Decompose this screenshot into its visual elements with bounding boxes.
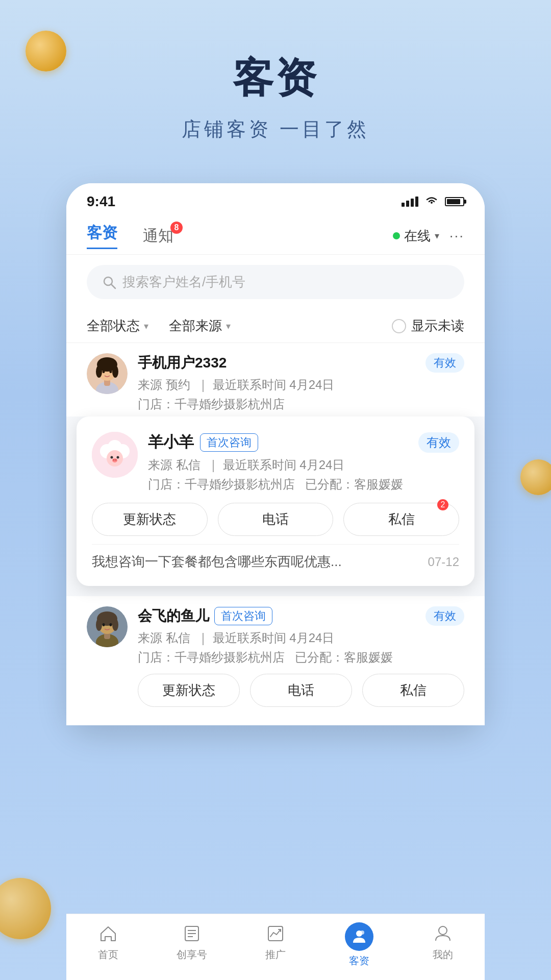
status-badge: 有效 xyxy=(425,353,464,373)
nav-item-home[interactable]: 首页 xyxy=(66,922,150,968)
search-bar-container: 搜索客户姓名/手机号 xyxy=(66,255,485,309)
partial-phone-button[interactable]: 电话 xyxy=(250,674,352,707)
last-message-time: 07-12 xyxy=(428,555,459,569)
svg-point-10 xyxy=(110,370,112,373)
action-buttons: 更新状态 电话 私信 2 xyxy=(92,503,459,536)
svg-point-26 xyxy=(96,619,102,631)
svg-point-16 xyxy=(111,456,113,459)
featured-store-row: 门店：千寻婚纱摄影杭州店 已分配：客服媛媛 xyxy=(148,476,459,493)
partial-contact-meta: 来源 私信 ｜ 最近联系时间 4月24日 xyxy=(138,630,464,646)
status-filter-button[interactable]: 全部状态 ▾ xyxy=(87,317,148,335)
decoration-orb-right xyxy=(520,459,551,495)
private-message-badge: 2 xyxy=(437,499,448,510)
svg-point-20 xyxy=(115,459,117,461)
chevron-down-icon: ▾ xyxy=(226,321,231,332)
partial-contact-name: 会飞的鱼儿 xyxy=(138,606,209,626)
show-unread-toggle[interactable]: 显示未读 xyxy=(392,317,464,335)
status-time: 9:41 xyxy=(87,193,115,210)
search-bar[interactable]: 搜索客户姓名/手机号 xyxy=(87,265,464,299)
page-header: 客资 店铺客资 一目了然 xyxy=(0,0,551,163)
battery-icon xyxy=(445,197,464,206)
user-icon xyxy=(432,922,454,945)
private-message-button[interactable]: 私信 2 xyxy=(343,503,459,536)
search-icon xyxy=(102,275,116,289)
chart-icon xyxy=(264,922,287,945)
featured-contact-name: 羊小羊 xyxy=(148,432,194,453)
svg-point-19 xyxy=(113,459,115,461)
chevron-down-icon: ▾ xyxy=(144,321,148,332)
person-active-icon xyxy=(345,922,373,951)
partial-action-buttons: 更新状态 电话 私信 xyxy=(138,674,464,707)
first-consult-tag: 首次咨询 xyxy=(200,433,258,452)
featured-contact-card[interactable]: 羊小羊 首次咨询 有效 来源 私信 ｜ 最近联系时间 4月24日 门店：千寻婚纱… xyxy=(77,416,474,586)
avatar xyxy=(87,353,128,394)
page-title: 客资 xyxy=(0,51,551,106)
contact-store: 门店：千寻婚纱摄影杭州店 xyxy=(138,396,464,412)
nav-label-kezi: 客资 xyxy=(349,954,369,968)
status-bar: 9:41 xyxy=(66,183,485,215)
online-dot xyxy=(393,232,400,239)
nav-label-tuiguang: 推广 xyxy=(265,948,286,962)
online-status[interactable]: 在线 ▾ xyxy=(393,227,439,245)
svg-point-27 xyxy=(112,619,118,631)
phone-mockup: 9:41 客资 通知 xyxy=(66,183,485,725)
nav-item-mine[interactable]: 我的 xyxy=(401,922,485,968)
featured-status-badge: 有效 xyxy=(418,432,459,453)
svg-point-7 xyxy=(96,365,102,378)
partial-contact-store: 门店：千寻婚纱摄影杭州店 已分配：客服媛媛 xyxy=(138,649,464,666)
featured-meta: 来源 私信 ｜ 最近联系时间 4月24日 xyxy=(148,457,459,473)
nav-label-home: 首页 xyxy=(98,948,118,962)
partial-contact-info: 会飞的鱼儿 首次咨询 有效 来源 私信 ｜ 最近联系时间 4月24日 门店：千寻… xyxy=(138,606,464,715)
update-status-button[interactable]: 更新状态 xyxy=(92,503,208,536)
featured-header: 羊小羊 首次咨询 有效 来源 私信 ｜ 最近联系时间 4月24日 门店：千寻婚纱… xyxy=(92,432,459,493)
svg-point-28 xyxy=(103,623,105,626)
partial-contact-item[interactable]: 会飞的鱼儿 首次咨询 有效 来源 私信 ｜ 最近联系时间 4月24日 门店：千寻… xyxy=(66,596,485,725)
contact-meta: 来源 预约 ｜ 最近联系时间 4月24日 xyxy=(138,377,464,393)
partial-update-status-button[interactable]: 更新状态 xyxy=(138,674,240,707)
home-icon xyxy=(97,922,119,945)
avatar xyxy=(87,606,128,647)
source-filter-button[interactable]: 全部来源 ▾ xyxy=(169,317,231,335)
status-icons xyxy=(402,197,464,207)
contact-item[interactable]: 手机用户2332 有效 来源 预约 ｜ 最近联系时间 4月24日 门店：千寻婚纱… xyxy=(66,343,485,427)
svg-point-8 xyxy=(112,365,118,378)
nav-item-tuiguang[interactable]: 推广 xyxy=(234,922,317,968)
svg-point-17 xyxy=(117,456,119,459)
partial-private-message-button[interactable]: 私信 xyxy=(362,674,464,707)
nav-item-chuang[interactable]: 创享号 xyxy=(150,922,234,968)
search-input[interactable]: 搜索客户姓名/手机号 xyxy=(122,273,245,291)
last-message-row: 我想咨询一下套餐都包含哪些东西呢优惠... 07-12 xyxy=(92,544,459,571)
nav-label-mine: 我的 xyxy=(433,948,453,962)
tab-notification[interactable]: 通知 8 xyxy=(143,226,173,247)
partial-first-consult-tag: 首次咨询 xyxy=(214,607,272,625)
tab-kezi[interactable]: 客资 xyxy=(87,223,117,249)
chevron-down-icon: ▾ xyxy=(435,230,439,241)
svg-point-36 xyxy=(360,930,364,935)
contact-name: 手机用户2332 xyxy=(138,355,227,371)
svg-line-1 xyxy=(111,284,115,288)
nav-label-chuang: 创享号 xyxy=(177,948,207,962)
bottom-navigation: 首页 创享号 推广 xyxy=(66,914,485,980)
note-icon xyxy=(181,922,203,945)
page-subtitle: 店铺客资 一目了然 xyxy=(0,116,551,142)
partial-status-badge: 有效 xyxy=(425,606,464,626)
phone-button[interactable]: 电话 xyxy=(218,503,334,536)
more-options-button[interactable]: ··· xyxy=(449,228,464,244)
contact-info: 手机用户2332 有效 来源 预约 ｜ 最近联系时间 4月24日 门店：千寻婚纱… xyxy=(138,353,464,412)
signal-icon xyxy=(402,197,418,207)
featured-avatar xyxy=(92,432,138,478)
notification-badge: 8 xyxy=(170,222,183,234)
nav-item-kezi[interactable]: 客资 xyxy=(317,922,401,968)
wifi-icon xyxy=(424,197,439,207)
featured-info: 羊小羊 首次咨询 有效 来源 私信 ｜ 最近联系时间 4月24日 门店：千寻婚纱… xyxy=(148,432,459,493)
app-navigation: 客资 通知 8 在线 ▾ ··· xyxy=(66,215,485,255)
svg-point-37 xyxy=(439,926,447,935)
svg-point-18 xyxy=(112,458,117,462)
radio-button[interactable] xyxy=(392,319,406,333)
decoration-orb-bottom-left xyxy=(0,878,51,939)
filter-row: 全部状态 ▾ 全部来源 ▾ 显示未读 xyxy=(66,309,485,343)
svg-point-9 xyxy=(103,370,105,373)
svg-point-29 xyxy=(110,623,112,626)
last-message-text: 我想咨询一下套餐都包含哪些东西呢优惠... xyxy=(92,553,423,571)
